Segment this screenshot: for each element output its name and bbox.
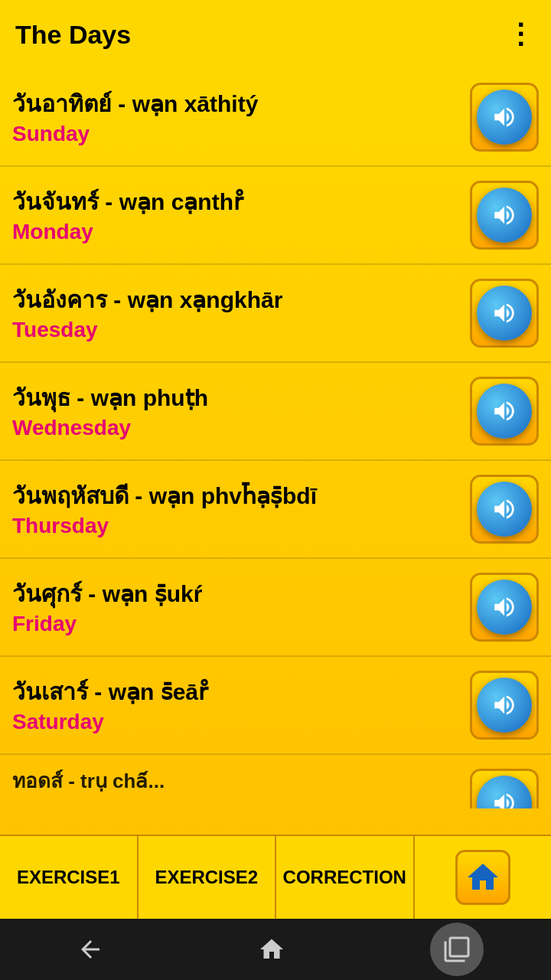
day-native-text: วันจันทร์ - wạn cạnthr̊ xyxy=(12,187,461,217)
bottom-toolbar: EXERCISE1 EXERCISE2 CORRECTION xyxy=(0,835,551,919)
menu-icon[interactable]: ⋮ xyxy=(507,18,536,51)
title-bar: The Days ⋮ xyxy=(0,0,551,69)
day-english-text: Monday xyxy=(12,220,461,244)
correction-button[interactable]: CORRECTION xyxy=(276,836,415,919)
day-english-text: Thursday xyxy=(12,514,461,538)
day-english-text: Tuesday xyxy=(12,318,461,342)
day-text-block: วันพุธ - wạn phuṭh Wednesday xyxy=(12,383,470,440)
partial-day-item: ทอดส์ - trụ chấ̄... xyxy=(0,755,551,808)
day-english-text: Wednesday xyxy=(12,416,461,440)
day-item: วันอังคาร - wạn xạngkhār Tuesday xyxy=(0,265,551,363)
day-english-text: Saturday xyxy=(12,710,461,734)
main-content: วันอาทิตย์ - wạn xāthitý Sunday วันจันทร… xyxy=(0,69,551,835)
day-item: วันอาทิตย์ - wạn xāthitý Sunday xyxy=(0,69,551,167)
day-native-text: วันพุธ - wạn phuṭh xyxy=(12,383,461,413)
exercise2-button[interactable]: EXERCISE2 xyxy=(139,836,277,919)
sound-button-1[interactable] xyxy=(470,181,539,250)
android-nav-bar xyxy=(0,919,551,980)
sound-button-3[interactable] xyxy=(470,377,539,446)
day-text-block: วันเสาร์ - wạn s̄eār̊ Saturday xyxy=(12,677,470,734)
day-native-text: วันเสาร์ - wạn s̄eār̊ xyxy=(12,677,461,707)
home-button[interactable] xyxy=(415,836,552,919)
day-english-text: Friday xyxy=(12,612,461,636)
sound-button-6[interactable] xyxy=(470,671,539,740)
recents-button[interactable] xyxy=(430,923,484,976)
home-nav-button[interactable] xyxy=(249,926,295,972)
home-icon xyxy=(455,850,510,905)
day-text-block: วันพฤหัสบดี - wạn phvh̄ạṣ̄bdī Thursday xyxy=(12,481,470,538)
day-native-text: วันพฤหัสบดี - wạn phvh̄ạṣ̄bdī xyxy=(12,481,461,511)
partial-sound-button[interactable] xyxy=(470,769,539,808)
sound-button-5[interactable] xyxy=(470,573,539,642)
exercise1-button[interactable]: EXERCISE1 xyxy=(0,836,139,919)
partial-day-text: ทอดส์ - trụ chấ̄... xyxy=(12,769,470,795)
day-text-block: วันอาทิตย์ - wạn xāthitý Sunday xyxy=(12,89,470,146)
day-item: วันพฤหัสบดี - wạn phvh̄ạṣ̄bdī Thursday xyxy=(0,461,551,559)
day-item: วันพุธ - wạn phuṭh Wednesday xyxy=(0,363,551,461)
day-text-block: วันจันทร์ - wạn cạnthr̊ Monday xyxy=(12,187,470,244)
day-native-text: วันศุกร์ - wạn ṣ̄ukŕ xyxy=(12,579,461,609)
day-item: วันจันทร์ - wạn cạnthr̊ Monday xyxy=(0,167,551,265)
back-button[interactable] xyxy=(67,926,113,972)
day-text-block: วันอังคาร - wạn xạngkhār Tuesday xyxy=(12,285,470,342)
days-list: วันอาทิตย์ - wạn xāthitý Sunday วันจันทร… xyxy=(0,69,551,755)
day-english-text: Sunday xyxy=(12,122,461,146)
sound-button-4[interactable] xyxy=(470,475,539,544)
day-native-text: วันอาทิตย์ - wạn xāthitý xyxy=(12,89,461,119)
day-native-text: วันอังคาร - wạn xạngkhār xyxy=(12,285,461,315)
sound-button-2[interactable] xyxy=(470,279,539,348)
day-item: วันเสาร์ - wạn s̄eār̊ Saturday xyxy=(0,657,551,755)
day-text-block: วันศุกร์ - wạn ṣ̄ukŕ Friday xyxy=(12,579,470,636)
sound-button-0[interactable] xyxy=(470,83,539,152)
partial-day-native: ทอดส์ - trụ chấ̄... xyxy=(12,769,461,795)
page-title: The Days xyxy=(15,20,131,50)
day-item: วันศุกร์ - wạn ṣ̄ukŕ Friday xyxy=(0,559,551,657)
